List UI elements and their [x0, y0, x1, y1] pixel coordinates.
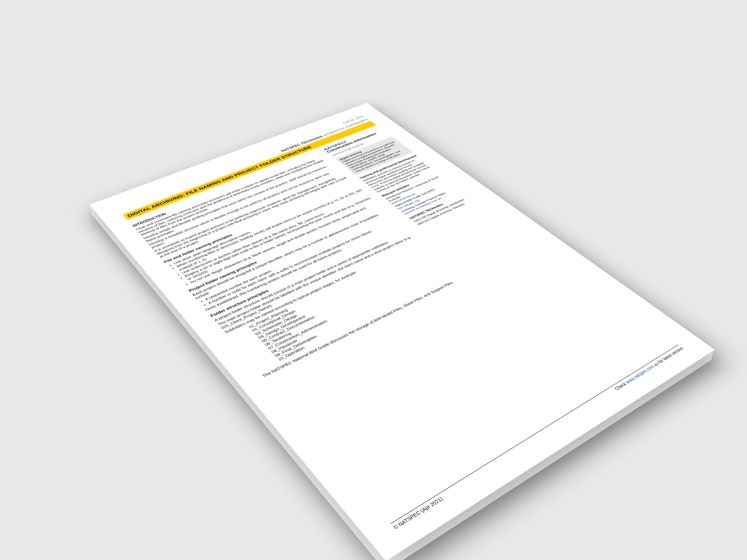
footer-link[interactable]: www.natspec.com.au — [624, 361, 660, 384]
document-page: GEN 032 NATSPEC TECHnotes guidance for c… — [89, 103, 715, 560]
footer-copyright: © NATSPEC (Apr 2021) — [392, 496, 444, 531]
page-footer: © NATSPEC (Apr 2021) Check www.natspec.c… — [390, 344, 685, 530]
footer-text: for latest version — [655, 346, 685, 365]
footer-version: Check www.natspec.com.au for latest vers… — [613, 346, 685, 391]
page-stack: GEN 032 NATSPEC TECHnotes guidance for c… — [91, 111, 712, 560]
